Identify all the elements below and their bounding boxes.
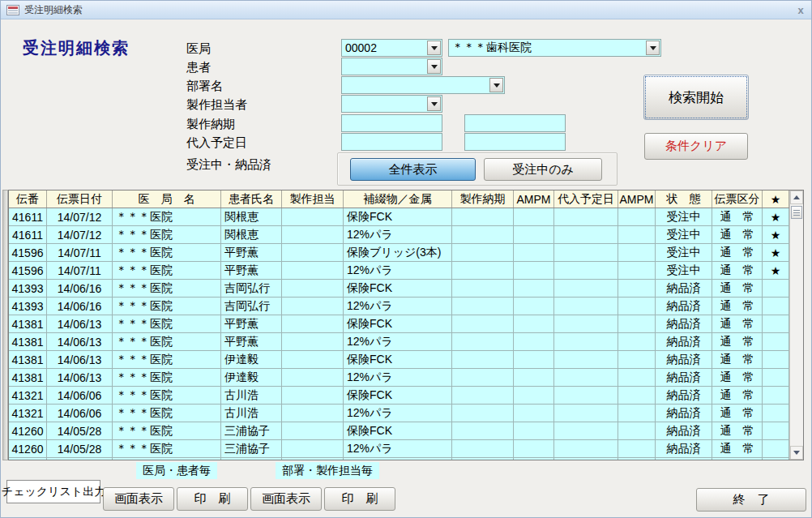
table-cell[interactable]: 14/06/13	[47, 351, 113, 368]
table-cell[interactable]: 14/06/16	[47, 280, 113, 297]
table-cell[interactable]: 納品済	[656, 298, 712, 315]
column-header[interactable]: 医 局 名	[113, 191, 221, 208]
print-button-clinic[interactable]: 印 刷	[177, 487, 248, 511]
clear-conditions-button[interactable]: 条件クリア	[644, 133, 748, 160]
due-date-to-field[interactable]	[464, 114, 566, 132]
table-cell[interactable]: ＊＊＊医院	[113, 422, 221, 439]
star-icon[interactable]: ★	[763, 262, 789, 279]
table-cell[interactable]: 古川浩	[221, 387, 282, 404]
table-cell[interactable]	[514, 226, 554, 243]
table-cell[interactable]	[282, 226, 344, 243]
table-row[interactable]: 4126014/05/28＊＊＊医院三浦協子保険FCK納品済通 常	[9, 422, 789, 440]
table-cell[interactable]	[514, 422, 554, 439]
table-cell[interactable]	[452, 422, 514, 439]
table-cell[interactable]: 三浦協子	[221, 422, 282, 439]
table-cell[interactable]	[514, 351, 554, 368]
table-cell[interactable]: ＊＊＊医院	[113, 244, 221, 261]
table-row[interactable]: 4161114/07/12＊＊＊医院関根恵12%パラ受注中通 常★	[9, 226, 789, 244]
table-cell[interactable]	[514, 280, 554, 297]
table-cell[interactable]: 通 常	[712, 351, 763, 368]
table-cell[interactable]	[554, 298, 618, 315]
table-cell[interactable]	[452, 369, 514, 386]
table-cell[interactable]	[618, 280, 656, 297]
table-cell[interactable]: 平野薫	[221, 333, 282, 350]
table-cell[interactable]	[763, 440, 789, 457]
table-cell[interactable]: 通 常	[712, 262, 763, 279]
table-cell[interactable]: 受注中	[656, 208, 712, 225]
table-cell[interactable]	[618, 440, 656, 457]
table-cell[interactable]	[554, 280, 618, 297]
table-cell[interactable]: 納品済	[656, 315, 712, 332]
table-cell[interactable]: ＊＊＊医院	[113, 333, 221, 350]
table-cell[interactable]	[452, 208, 514, 225]
table-cell[interactable]: 14/07/11	[47, 244, 113, 261]
table-row[interactable]: 4139314/06/16＊＊＊医院吉岡弘行12%パラ納品済通 常	[9, 298, 789, 315]
table-cell[interactable]	[763, 387, 789, 404]
table-cell[interactable]	[514, 440, 554, 457]
table-cell[interactable]	[282, 298, 344, 315]
table-cell[interactable]: 41321	[9, 387, 47, 404]
table-cell[interactable]: 保険FCK	[344, 351, 452, 368]
table-cell[interactable]	[282, 315, 344, 332]
table-cell[interactable]: 納品済	[656, 280, 712, 297]
table-cell[interactable]: 通 常	[712, 280, 763, 297]
table-cell[interactable]	[763, 351, 789, 368]
table-cell[interactable]	[514, 262, 554, 279]
table-cell[interactable]	[618, 351, 656, 368]
table-cell[interactable]: 吉岡弘行	[221, 280, 282, 297]
close-icon[interactable]: x	[794, 4, 807, 16]
table-cell[interactable]	[763, 369, 789, 386]
column-header[interactable]: AMPM	[514, 191, 554, 208]
search-start-button[interactable]: 検索開始	[643, 75, 749, 120]
table-cell[interactable]	[554, 208, 618, 225]
table-cell[interactable]	[554, 440, 618, 457]
table-cell[interactable]	[763, 315, 789, 332]
table-cell[interactable]: 伊達毅	[221, 369, 282, 386]
table-cell[interactable]	[618, 208, 656, 225]
chevron-down-icon[interactable]	[646, 41, 660, 55]
table-cell[interactable]	[554, 315, 618, 332]
table-cell[interactable]	[282, 422, 344, 439]
table-cell[interactable]	[554, 351, 618, 368]
table-cell[interactable]: 納品済	[656, 405, 712, 422]
table-cell[interactable]	[452, 387, 514, 404]
table-cell[interactable]: 通 常	[712, 298, 763, 315]
chevron-down-icon[interactable]	[427, 41, 441, 55]
table-cell[interactable]	[282, 387, 344, 404]
table-cell[interactable]: 受注中	[656, 244, 712, 261]
table-cell[interactable]: 通 常	[712, 387, 763, 404]
table-cell[interactable]	[282, 262, 344, 279]
table-cell[interactable]: ＊＊＊医院	[113, 280, 221, 297]
table-cell[interactable]: 12%パラ	[344, 298, 452, 315]
table-cell[interactable]: 41381	[9, 369, 47, 386]
screen-display-button-clinic[interactable]: 画面表示	[103, 487, 174, 511]
table-cell[interactable]	[554, 387, 618, 404]
table-cell[interactable]	[554, 262, 618, 279]
table-cell[interactable]: 通 常	[712, 315, 763, 332]
table-row[interactable]: 4138114/06/13＊＊＊医院伊達毅12%パラ納品済通 常	[9, 369, 789, 387]
table-cell[interactable]	[452, 440, 514, 457]
active-only-button[interactable]: 受注中のみ	[484, 158, 602, 181]
table-cell[interactable]: 通 常	[712, 226, 763, 243]
table-row[interactable]: 4159614/07/11＊＊＊医院平野薫12%パラ受注中通 常★	[9, 262, 789, 280]
department-combo[interactable]	[341, 76, 505, 94]
table-cell[interactable]: 保険ブリッジ(3本)	[344, 244, 452, 261]
table-cell[interactable]	[763, 298, 789, 315]
table-cell[interactable]: 平野薫	[221, 244, 282, 261]
table-cell[interactable]: 平野薫	[221, 262, 282, 279]
table-row[interactable]: 4138114/06/13＊＊＊医院平野薫12%パラ納品済通 常	[9, 333, 789, 351]
table-cell[interactable]: 保険FCK	[344, 387, 452, 404]
table-cell[interactable]	[763, 422, 789, 439]
table-cell[interactable]: 12%パラ	[344, 333, 452, 350]
table-cell[interactable]: ＊＊＊医院	[113, 226, 221, 243]
table-cell[interactable]	[618, 333, 656, 350]
table-cell[interactable]	[554, 405, 618, 422]
table-cell[interactable]	[514, 315, 554, 332]
table-cell[interactable]: 伊達毅	[221, 351, 282, 368]
patient-combo[interactable]	[341, 58, 442, 75]
show-all-button[interactable]: 全件表示	[350, 158, 476, 181]
table-cell[interactable]	[554, 422, 618, 439]
table-cell[interactable]: ＊＊＊医院	[113, 298, 221, 315]
table-cell[interactable]: 14/06/06	[47, 405, 113, 422]
table-cell[interactable]: 12%パラ	[344, 440, 452, 457]
